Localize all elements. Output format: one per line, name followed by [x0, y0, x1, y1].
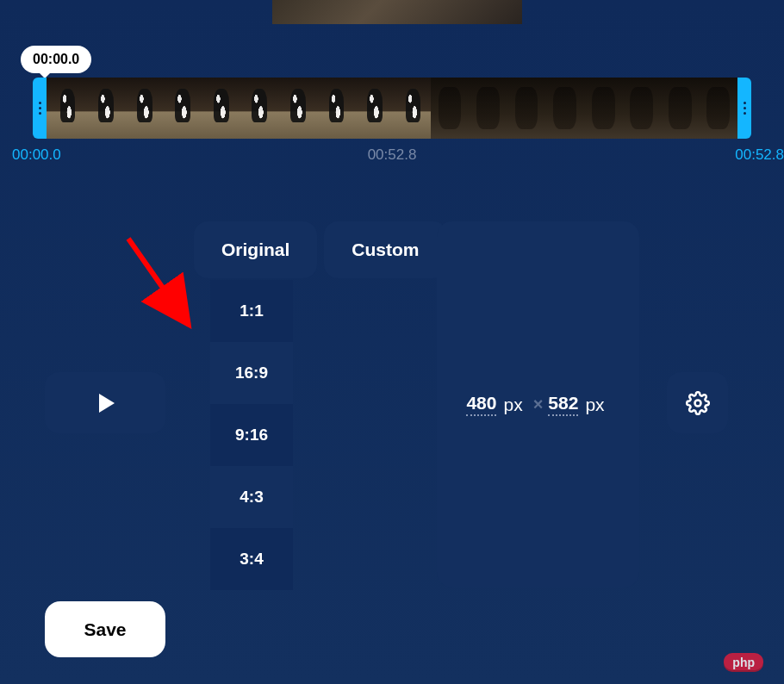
play-button[interactable]: [45, 372, 165, 433]
play-icon: [99, 394, 115, 413]
svg-line-0: [128, 239, 189, 325]
playhead-tooltip: 00:00.0: [21, 46, 91, 73]
annotation-arrow: [125, 235, 202, 339]
settings-button[interactable]: [667, 372, 728, 433]
thumbnail: [123, 78, 162, 139]
save-button[interactable]: Save: [45, 601, 165, 657]
timeline-thumbnails[interactable]: [47, 78, 737, 139]
thumbnail: [507, 78, 546, 139]
thumbnail: [584, 78, 623, 139]
svg-point-1: [694, 400, 700, 406]
thumbnail: [392, 78, 431, 139]
thumbnail: [239, 78, 277, 139]
video-preview: [272, 0, 522, 24]
watermark: php: [724, 653, 768, 672]
ratio-4-3[interactable]: 4:3: [210, 466, 293, 528]
thumbnail: [431, 78, 470, 139]
watermark-brand: php: [724, 653, 763, 672]
ratio-9-16[interactable]: 9:16: [210, 404, 293, 466]
thumbnail: [661, 78, 700, 139]
thumbnail: [545, 78, 584, 139]
trim-handle-left[interactable]: [33, 78, 47, 139]
thumbnail: [700, 78, 737, 139]
thumbnail: [469, 78, 507, 139]
time-mid: 00:52.8: [368, 146, 417, 164]
dimensions-panel: 480 px × 582 px: [437, 221, 639, 588]
ratio-16-9[interactable]: 16:9: [210, 342, 293, 404]
thumbnail: [200, 78, 239, 139]
aspect-ratio-list: 1:1 16:9 9:16 4:3 3:4: [210, 280, 293, 590]
gear-icon: [686, 391, 710, 415]
dimension-separator: ×: [533, 395, 544, 414]
thumbnail: [47, 78, 85, 139]
time-end: 00:52.8: [735, 146, 784, 164]
aspect-tabs: Original Custom: [194, 221, 447, 278]
thumbnail: [354, 78, 393, 139]
thumbnail: [315, 78, 354, 139]
width-input[interactable]: 480: [466, 393, 496, 416]
unit-label: px: [585, 395, 604, 415]
tab-custom[interactable]: Custom: [324, 221, 446, 278]
tab-original[interactable]: Original: [194, 221, 317, 278]
thumbnail: [277, 78, 315, 139]
thumbnail: [162, 78, 201, 139]
thumbnail: [85, 78, 124, 139]
time-start: 00:00.0: [12, 146, 61, 164]
timeline-track[interactable]: [33, 78, 751, 139]
ratio-3-4[interactable]: 3:4: [210, 528, 293, 590]
thumbnail: [622, 78, 661, 139]
trim-handle-right[interactable]: [737, 78, 751, 139]
ratio-1-1[interactable]: 1:1: [210, 280, 293, 342]
unit-label: px: [503, 395, 522, 415]
height-input[interactable]: 582: [548, 393, 578, 416]
